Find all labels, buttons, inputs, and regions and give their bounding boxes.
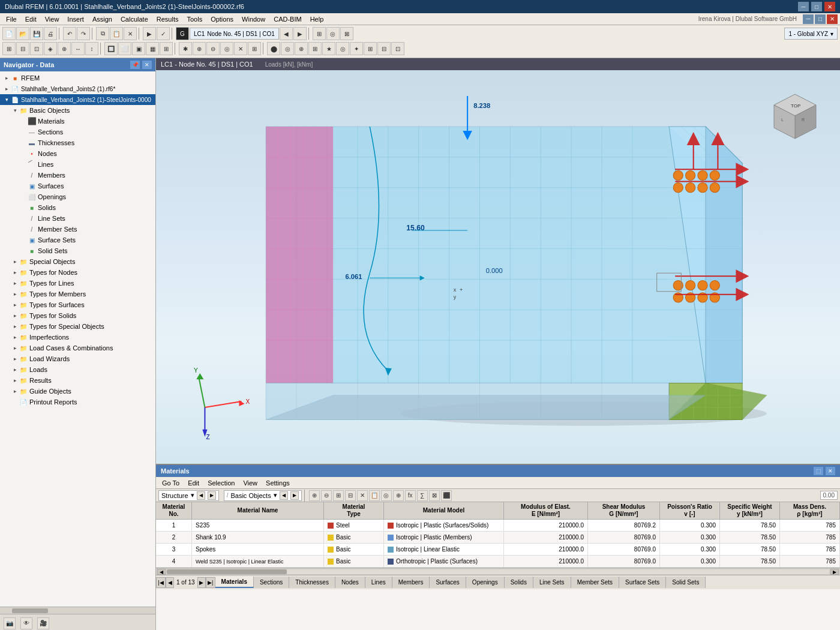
tb-undo[interactable]: ↶ bbox=[63, 27, 76, 40]
table-scrollbar[interactable]: ◀ ▶ bbox=[156, 568, 840, 575]
tb2-11[interactable]: ▦ bbox=[146, 42, 159, 55]
tab-materials[interactable]: Materials bbox=[215, 577, 254, 588]
tb2-7[interactable]: ↕ bbox=[85, 42, 98, 55]
pt8[interactable]: ⊕ bbox=[393, 490, 404, 501]
tree-load-wizards[interactable]: ▸ 📁 Load Wizards bbox=[0, 353, 155, 364]
tree-lines[interactable]: / Lines bbox=[0, 159, 155, 170]
tree-types-surfaces[interactable]: ▸ 📁 Types for Surfaces bbox=[0, 299, 155, 310]
tree-types-solids[interactable]: ▸ 📁 Types for Solids bbox=[0, 310, 155, 321]
struct-next[interactable]: ▶ bbox=[208, 491, 216, 500]
pt10[interactable]: ∑ bbox=[417, 490, 428, 501]
tb2-21[interactable]: ⊕ bbox=[295, 42, 308, 55]
tree-thicknesses[interactable]: ▬ Thicknesses bbox=[0, 137, 155, 148]
tb-b1[interactable]: G bbox=[176, 27, 189, 40]
pt7[interactable]: ◎ bbox=[381, 490, 392, 501]
tab-nodes[interactable]: Nodes bbox=[335, 577, 365, 588]
struct-prev[interactable]: ◀ bbox=[197, 491, 205, 500]
tb-delete[interactable]: ✕ bbox=[124, 27, 137, 40]
panel-menu-view[interactable]: View bbox=[239, 479, 261, 487]
menu-window[interactable]: Window bbox=[238, 15, 269, 23]
tree-types-special[interactable]: ▸ 📁 Types for Special Objects bbox=[0, 321, 155, 332]
bo-prev[interactable]: ◀ bbox=[280, 491, 288, 500]
page-first[interactable]: |◀ bbox=[156, 577, 166, 588]
nav-pin[interactable]: 📌 bbox=[130, 61, 140, 69]
tree-file1[interactable]: ▸ 📄 Stahlhalle_Verband_Joints2 (1).rf6* bbox=[0, 83, 155, 94]
tb-copy[interactable]: ⧉ bbox=[96, 27, 109, 40]
page-last[interactable]: ▶| bbox=[206, 577, 215, 588]
tree-surfacesets[interactable]: ▣ Surface Sets bbox=[0, 235, 155, 245]
tb2-24[interactable]: ◎ bbox=[336, 42, 349, 55]
tree-rfem[interactable]: ▸ ■ RFEM bbox=[0, 73, 155, 83]
nav-scrollbar[interactable] bbox=[0, 607, 155, 614]
tb-next[interactable]: ▶ bbox=[293, 27, 307, 40]
tree-types-nodes[interactable]: ▸ 📁 Types for Nodes bbox=[0, 267, 155, 278]
tb2-17[interactable]: ✕ bbox=[234, 42, 247, 55]
tree-solidsets[interactable]: ■ Solid Sets bbox=[0, 245, 155, 256]
tree-surfaces[interactable]: ▣ Surfaces bbox=[0, 181, 155, 191]
tb2-14[interactable]: ⊕ bbox=[193, 42, 206, 55]
tb-paste[interactable]: 📋 bbox=[110, 27, 123, 40]
menu-insert[interactable]: Insert bbox=[64, 15, 88, 23]
tb-redo[interactable]: ↷ bbox=[77, 27, 90, 40]
bo-next[interactable]: ▶ bbox=[290, 491, 299, 500]
tb2-22[interactable]: ⊞ bbox=[308, 42, 322, 55]
menu-options[interactable]: Options bbox=[207, 15, 237, 23]
tree-results[interactable]: ▸ 📁 Results bbox=[0, 375, 155, 386]
tab-solids[interactable]: Solids bbox=[505, 577, 533, 588]
pt3[interactable]: ⊞ bbox=[333, 490, 344, 501]
tree-nodes[interactable]: • Nodes bbox=[0, 148, 155, 159]
tb-new[interactable]: 📄 bbox=[2, 27, 16, 40]
tb-view3[interactable]: ⊠ bbox=[340, 27, 353, 40]
tb2-2[interactable]: ⊟ bbox=[16, 42, 29, 55]
tree-openings[interactable]: ⬜ Openings bbox=[0, 191, 155, 202]
tb2-18[interactable]: ⊞ bbox=[248, 42, 261, 55]
viewport-canvas[interactable]: 8.238 15.60 6.061 0.000 bbox=[156, 70, 840, 464]
menu-assign[interactable]: Assign bbox=[89, 15, 116, 23]
tab-membersets[interactable]: Member Sets bbox=[571, 577, 619, 588]
tree-file2[interactable]: ▾ 📄 Stahlhalle_Verband_Joints2 (1)-Steel… bbox=[0, 94, 155, 105]
tb-save[interactable]: 💾 bbox=[30, 27, 43, 40]
tab-openings[interactable]: Openings bbox=[466, 577, 505, 588]
tab-lines[interactable]: Lines bbox=[365, 577, 392, 588]
tb2-1[interactable]: ⊞ bbox=[2, 42, 16, 55]
tb2-10[interactable]: ▣ bbox=[132, 42, 145, 55]
scroll-right[interactable]: ▶ bbox=[830, 569, 839, 575]
tab-surfacesets[interactable]: Surface Sets bbox=[619, 577, 666, 588]
tree-printout[interactable]: 📄 Printout Reports bbox=[0, 397, 155, 407]
tree-special[interactable]: ▸ 📁 Special Objects bbox=[0, 256, 155, 267]
menu-tools[interactable]: Tools bbox=[183, 15, 206, 23]
pt1[interactable]: ⊕ bbox=[309, 490, 320, 501]
tb2-19[interactable]: ⬤ bbox=[267, 42, 280, 55]
tb2-4[interactable]: ◈ bbox=[44, 42, 57, 55]
structure-dropdown[interactable]: Structure ▾ ◀ ▶ bbox=[158, 490, 219, 501]
tb2-12[interactable]: ⊞ bbox=[160, 42, 173, 55]
pt9[interactable]: fx bbox=[405, 490, 416, 501]
tb-print[interactable]: 🖨 bbox=[44, 27, 57, 40]
app-close[interactable]: ✕ bbox=[827, 14, 838, 24]
tb2-25[interactable]: ✦ bbox=[350, 42, 363, 55]
tb-check[interactable]: ✓ bbox=[157, 27, 170, 40]
panel-menu-selection[interactable]: Selection bbox=[204, 479, 238, 487]
tree-members[interactable]: / Members bbox=[0, 170, 155, 181]
tb2-27[interactable]: ⊟ bbox=[377, 42, 391, 55]
tree-guide[interactable]: ▸ 📁 Guide Objects bbox=[0, 386, 155, 397]
tree-sections[interactable]: — Sections bbox=[0, 127, 155, 137]
tab-members[interactable]: Members bbox=[392, 577, 430, 588]
tab-solidsets[interactable]: Solid Sets bbox=[666, 577, 706, 588]
panel-float[interactable]: ⬚ bbox=[814, 467, 823, 475]
tree-load-cases[interactable]: ▸ 📁 Load Cases & Combinations bbox=[0, 343, 155, 353]
tree-basic-objects[interactable]: ▾ 📁 Basic Objects bbox=[0, 105, 155, 116]
menu-edit[interactable]: Edit bbox=[22, 15, 40, 23]
tree-types-members[interactable]: ▸ 📁 Types for Members bbox=[0, 289, 155, 299]
menu-results[interactable]: Results bbox=[153, 15, 182, 23]
tree-materials[interactable]: ⬛ Materials bbox=[0, 116, 155, 127]
minimize-button[interactable]: ─ bbox=[798, 2, 809, 11]
nav-cam-btn[interactable]: 📷 bbox=[4, 617, 16, 629]
pt6[interactable]: 📋 bbox=[369, 490, 380, 501]
tree-solids[interactable]: ■ Solids bbox=[0, 202, 155, 213]
nav-close[interactable]: ✕ bbox=[142, 61, 152, 69]
pt2[interactable]: ⊖ bbox=[321, 490, 332, 501]
menu-cadbim[interactable]: CAD-BIM bbox=[270, 15, 305, 23]
tree-loads[interactable]: ▸ 📁 Loads bbox=[0, 364, 155, 375]
pt12[interactable]: ⬛ bbox=[441, 490, 452, 501]
